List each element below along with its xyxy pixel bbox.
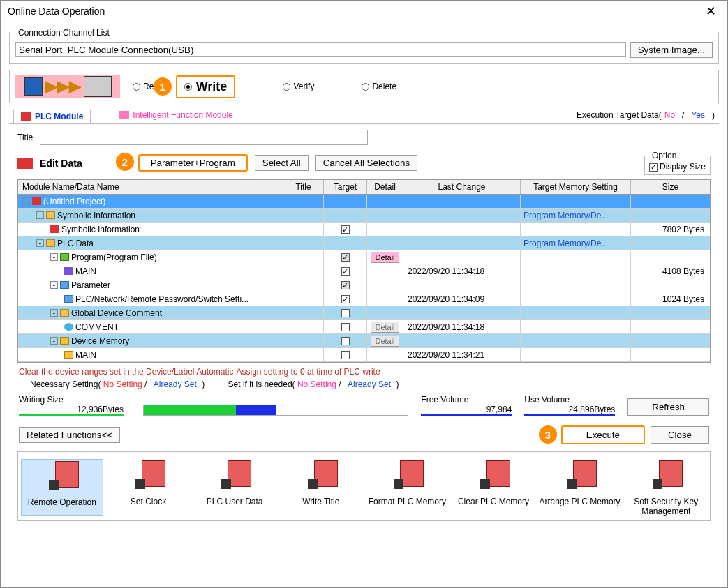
- tree-toggle-icon[interactable]: -: [22, 197, 30, 205]
- node-icon: [32, 197, 41, 205]
- edit-data-label: Edit Data: [40, 158, 82, 169]
- tab-intelligent-function-module[interactable]: Intelligent Function Module: [112, 109, 239, 121]
- mode-verify-radio[interactable]: Verify: [283, 82, 314, 91]
- grid-row[interactable]: -(Untitled Project): [18, 195, 710, 209]
- node-icon: [50, 225, 59, 233]
- node-label: MAIN: [75, 266, 96, 276]
- target-checkbox[interactable]: ✓: [341, 295, 350, 303]
- grid-row[interactable]: PLC/Network/Remote Password/Switch Setti…: [18, 292, 710, 306]
- target-checkbox[interactable]: [341, 351, 350, 359]
- function-remote-operation[interactable]: Remote Operation: [21, 459, 103, 516]
- grid-row[interactable]: MAIN2022/09/20 11:34:21: [18, 348, 710, 362]
- function-clear-plc-memory[interactable]: Clear PLC Memory: [452, 459, 535, 516]
- grid-row[interactable]: -Symbolic InformationProgram Memory/De..…: [18, 209, 710, 223]
- refresh-button[interactable]: Refresh: [627, 398, 709, 416]
- grid-row[interactable]: Symbolic Information✓7802 Bytes: [18, 223, 710, 236]
- related-functions-panel: Remote OperationSet ClockPLC User DataWr…: [17, 451, 711, 521]
- execution-target-label: Execution Target Data( No / Yes ): [577, 110, 715, 120]
- close-icon[interactable]: ✕: [701, 3, 720, 19]
- grid-row[interactable]: MAIN✓2022/09/20 11:34:184108 Bytes: [18, 264, 710, 278]
- mode-write-radio[interactable]: 1 Write: [176, 75, 236, 98]
- step-2-badge: 2: [116, 153, 134, 171]
- mode-delete-radio[interactable]: Delete: [362, 82, 396, 91]
- channel-input[interactable]: [15, 42, 626, 57]
- node-icon: [64, 267, 73, 275]
- node-label: PLC/Network/Remote Password/Switch Setti…: [75, 294, 248, 304]
- detail-button[interactable]: Detail: [371, 336, 399, 347]
- channel-legend: Connection Channel List: [15, 28, 112, 38]
- grid-row[interactable]: COMMENTDetail2022/09/20 11:34:18: [18, 320, 710, 334]
- grid-row[interactable]: -Program(Program File)✓Detail: [18, 250, 710, 264]
- mode-selector: ▶▶▶ Read 1 Write Verify Delete: [9, 70, 719, 103]
- node-icon: [64, 295, 73, 303]
- use-volume-value: 24,896Bytes: [524, 405, 615, 416]
- title-input[interactable]: [40, 130, 368, 145]
- tree-toggle-icon[interactable]: -: [50, 281, 58, 289]
- function-write-title[interactable]: Write Title: [280, 459, 362, 516]
- tree-toggle-icon[interactable]: -: [50, 253, 58, 261]
- node-icon: [60, 309, 69, 317]
- tree-toggle-icon[interactable]: -: [50, 309, 58, 317]
- title-label: Title: [17, 133, 33, 142]
- step-1-badge: 1: [154, 77, 172, 96]
- detail-button[interactable]: Detail: [371, 252, 399, 263]
- size-row: Writing Size 12,936Bytes Free Volume 97,…: [9, 391, 719, 423]
- free-volume-value: 97,984: [421, 405, 512, 416]
- display-size-checkbox[interactable]: Display Size: [649, 162, 706, 172]
- option-fieldset: Option Display Size: [644, 151, 711, 175]
- target-checkbox[interactable]: ✓: [341, 253, 350, 262]
- node-label: Parameter: [71, 280, 110, 290]
- system-image-button[interactable]: System Image...: [630, 42, 713, 58]
- function-plc-user-data[interactable]: PLC User Data: [193, 459, 276, 516]
- grid-row[interactable]: -Global Device Comment: [18, 306, 710, 320]
- node-icon: [64, 351, 73, 359]
- tree-toggle-icon[interactable]: -: [36, 239, 44, 247]
- target-checkbox[interactable]: ✓: [341, 281, 350, 289]
- parameter-program-button[interactable]: Parameter+Program: [138, 154, 248, 172]
- edit-data-icon: [17, 158, 33, 169]
- data-grid: Module Name/Data Name Title Target Detai…: [17, 179, 711, 363]
- target-checkbox[interactable]: ✓: [341, 225, 350, 234]
- grid-row[interactable]: -Parameter✓: [18, 278, 710, 292]
- node-label: MAIN: [75, 350, 96, 360]
- close-button[interactable]: Close: [651, 426, 709, 444]
- node-label: Device Memory: [71, 336, 129, 346]
- function-format-plc-memory[interactable]: Format PLC Memory: [366, 459, 449, 516]
- node-icon: [60, 281, 69, 289]
- function-arrange-plc-memory[interactable]: Arrange PLC Memory: [539, 459, 621, 516]
- grid-header: Module Name/Data Name Title Target Detai…: [18, 180, 710, 195]
- node-icon: [46, 211, 55, 219]
- node-icon: [60, 253, 69, 261]
- node-icon: [64, 323, 73, 331]
- grid-row[interactable]: -PLC DataProgram Memory/De...: [18, 236, 710, 250]
- select-all-button[interactable]: Select All: [255, 155, 309, 171]
- node-label: Global Device Comment: [71, 308, 162, 318]
- writing-size-label: Writing Size: [19, 395, 131, 405]
- clear-device-ranges-label: Clear the device ranges set in the Devic…: [9, 363, 719, 378]
- detail-button[interactable]: Detail: [371, 322, 399, 333]
- target-checkbox[interactable]: [341, 323, 350, 331]
- titlebar: Online Data Operation ✕: [1, 1, 727, 22]
- tab-plc-module[interactable]: PLC Module: [13, 110, 91, 123]
- node-label: Symbolic Information: [61, 225, 140, 234]
- tab-bar: PLC Module Intelligent Function Module E…: [9, 109, 719, 124]
- cancel-all-selections-button[interactable]: Cancel All Selections: [315, 155, 417, 171]
- grid-row[interactable]: -Device MemoryDetail: [18, 334, 710, 348]
- step-3-badge: 3: [539, 425, 557, 444]
- node-label: COMMENT: [75, 322, 119, 332]
- node-label: PLC Data: [57, 239, 94, 248]
- node-label: Symbolic Information: [57, 211, 135, 220]
- node-label: (Untitled Project): [43, 197, 105, 206]
- related-functions-button[interactable]: Related Functions<<: [19, 427, 120, 443]
- target-checkbox[interactable]: ✓: [341, 267, 350, 276]
- tree-toggle-icon[interactable]: -: [36, 211, 44, 219]
- target-checkbox[interactable]: [341, 309, 350, 317]
- execute-button[interactable]: Execute: [561, 425, 645, 444]
- target-checkbox[interactable]: [341, 337, 350, 345]
- node-icon: [60, 337, 69, 345]
- function-set-clock[interactable]: Set Clock: [107, 459, 190, 516]
- memory-usage-bar: [143, 405, 408, 416]
- tree-toggle-icon[interactable]: -: [50, 337, 58, 345]
- settings-legend-line: Necessary Setting( No Setting / Already …: [9, 378, 719, 391]
- function-soft-security-key-management[interactable]: Soft Security Key Management: [625, 459, 707, 516]
